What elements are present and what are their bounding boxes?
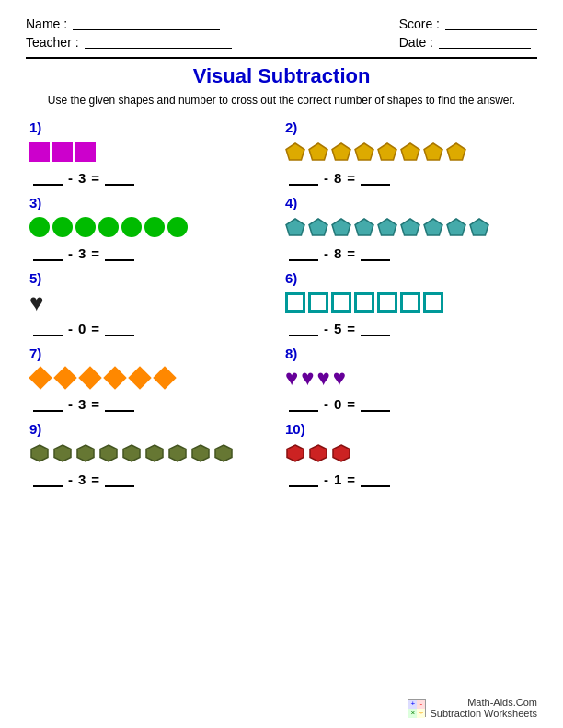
problem-9-blank2[interactable] bbox=[105, 472, 134, 487]
problem-7-equation: - 3 = bbox=[29, 396, 274, 412]
problem-8-subtrahend: 0 bbox=[334, 396, 341, 412]
shape-teal-square bbox=[308, 292, 328, 313]
svg-marker-9 bbox=[309, 219, 327, 235]
svg-marker-26 bbox=[287, 445, 304, 461]
header-divider bbox=[26, 57, 537, 59]
shape-teal-pentagon bbox=[308, 218, 328, 237]
svg-marker-20 bbox=[100, 445, 117, 461]
shape-yellow-pentagon bbox=[285, 142, 305, 162]
footer-icon: +- ×÷ bbox=[408, 699, 426, 717]
svg-marker-23 bbox=[169, 445, 186, 461]
page-title: Visual Subtraction bbox=[26, 64, 537, 88]
shape-orange-diamond bbox=[103, 366, 126, 389]
problem-2: 2) - 8 = bbox=[282, 116, 537, 191]
score-input[interactable] bbox=[445, 17, 537, 30]
date-field-row: Date : bbox=[399, 35, 537, 50]
problem-7-blank2[interactable] bbox=[105, 397, 134, 412]
shape-olive-hexagon bbox=[144, 444, 165, 462]
problem-3-subtrahend: 3 bbox=[78, 245, 86, 261]
footer-category: Subtraction Worksheets bbox=[430, 708, 537, 719]
shape-olive-hexagon bbox=[29, 444, 50, 462]
shape-purple-heart: ♥ bbox=[285, 366, 298, 390]
shape-green-circle bbox=[52, 217, 73, 237]
shape-yellow-pentagon bbox=[377, 142, 397, 162]
score-label: Score : bbox=[399, 17, 440, 31]
problems-grid: 1) - 3 = 2) bbox=[26, 116, 537, 493]
problem-3-blank1[interactable] bbox=[33, 246, 63, 261]
shape-teal-pentagon bbox=[354, 218, 374, 237]
problem-6-equation: - 5 = bbox=[285, 321, 530, 336]
problem-7-shapes bbox=[29, 365, 274, 391]
problem-1-blank2[interactable] bbox=[105, 171, 134, 186]
svg-marker-5 bbox=[401, 143, 419, 160]
name-input[interactable] bbox=[73, 17, 220, 30]
shape-olive-hexagon bbox=[52, 444, 73, 462]
problem-2-blank2[interactable] bbox=[361, 171, 390, 186]
shape-pink-square bbox=[52, 142, 73, 162]
shape-pink-square bbox=[75, 142, 96, 162]
problem-5-shapes: ♥ bbox=[29, 290, 274, 315]
problem-4: 4) - 8 = bbox=[282, 191, 537, 267]
svg-marker-17 bbox=[31, 445, 48, 461]
name-label: Name : bbox=[26, 17, 67, 31]
problem-5-blank2[interactable] bbox=[105, 322, 134, 336]
problem-8-blank2[interactable] bbox=[361, 397, 390, 412]
shape-pink-square bbox=[29, 142, 50, 162]
problem-10-blank2[interactable] bbox=[361, 472, 390, 487]
problem-4-number: 4) bbox=[285, 195, 530, 210]
problem-10-equation: - 1 = bbox=[285, 472, 530, 487]
problem-1-blank1[interactable] bbox=[33, 171, 63, 186]
svg-marker-21 bbox=[123, 445, 140, 461]
shape-yellow-pentagon bbox=[446, 142, 466, 162]
shape-olive-hexagon bbox=[98, 444, 119, 462]
problem-6-blank1[interactable] bbox=[289, 322, 318, 336]
svg-marker-15 bbox=[447, 219, 465, 235]
shape-red-hexagon bbox=[308, 444, 328, 462]
problem-7-blank1[interactable] bbox=[33, 397, 63, 412]
footer-brand: Math-Aids.Com Subtraction Worksheets bbox=[430, 697, 537, 719]
svg-marker-3 bbox=[355, 143, 373, 160]
problem-6-blank2[interactable] bbox=[361, 322, 390, 336]
problem-3-blank2[interactable] bbox=[105, 246, 134, 261]
shape-purple-heart: ♥ bbox=[301, 366, 314, 390]
problem-5-subtrahend: 0 bbox=[78, 321, 86, 336]
problem-5-blank1[interactable] bbox=[33, 322, 63, 336]
teacher-input[interactable] bbox=[85, 36, 232, 49]
problem-5-equation: - 0 = bbox=[29, 321, 274, 336]
date-label: Date : bbox=[399, 35, 433, 50]
shape-teal-pentagon bbox=[423, 218, 443, 237]
shape-teal-pentagon bbox=[400, 218, 420, 237]
shape-teal-pentagon bbox=[469, 218, 489, 237]
svg-marker-0 bbox=[286, 143, 304, 160]
date-input[interactable] bbox=[439, 36, 531, 49]
problem-9-subtrahend: 3 bbox=[78, 472, 86, 487]
problem-4-blank2[interactable] bbox=[361, 246, 390, 261]
svg-marker-14 bbox=[424, 219, 442, 235]
problem-7-number: 7) bbox=[29, 346, 274, 361]
shape-heart-black: ♥ bbox=[29, 290, 43, 315]
shape-orange-diamond bbox=[53, 366, 76, 389]
problem-8-shapes: ♥ ♥ ♥ ♥ bbox=[285, 365, 530, 391]
problem-10-blank1[interactable] bbox=[289, 472, 318, 487]
shape-green-circle bbox=[167, 217, 188, 237]
shape-teal-square bbox=[377, 292, 397, 313]
shape-red-hexagon bbox=[331, 444, 351, 462]
problem-1-subtrahend: 3 bbox=[78, 170, 86, 186]
problem-2-blank1[interactable] bbox=[289, 171, 318, 186]
footer-logo: +- ×÷ Math-Aids.Com Subtraction Workshee… bbox=[408, 697, 537, 719]
problem-9-blank1[interactable] bbox=[33, 472, 63, 487]
problem-6-subtrahend: 5 bbox=[334, 321, 341, 336]
problem-8-blank1[interactable] bbox=[289, 397, 318, 412]
problem-1-shapes bbox=[29, 139, 274, 165]
problem-4-blank1[interactable] bbox=[289, 246, 318, 261]
problem-10-shapes bbox=[285, 440, 530, 466]
problem-5: 5) ♥ - 0 = bbox=[26, 267, 282, 342]
shape-teal-pentagon bbox=[446, 218, 466, 237]
svg-marker-28 bbox=[333, 445, 350, 461]
svg-marker-7 bbox=[447, 143, 465, 160]
score-field-row: Score : bbox=[399, 17, 537, 31]
problem-9-shapes bbox=[29, 440, 274, 466]
svg-marker-6 bbox=[424, 143, 442, 160]
svg-marker-13 bbox=[401, 219, 419, 235]
footer: +- ×÷ Math-Aids.Com Subtraction Workshee… bbox=[408, 697, 537, 719]
